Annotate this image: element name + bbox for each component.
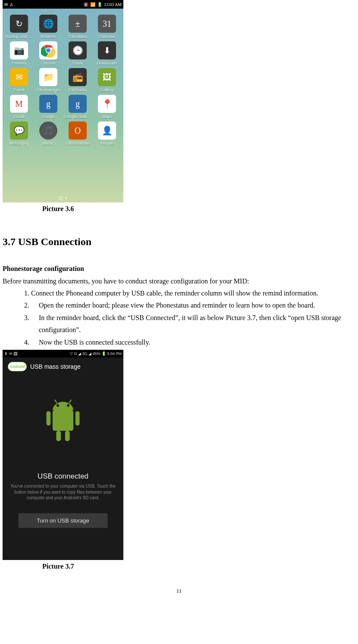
- app-google[interactable]: gGoogle: [34, 95, 63, 119]
- svg-rect-3: [53, 410, 73, 431]
- app-label: FM Radio: [69, 87, 86, 92]
- step-number: 3.: [24, 312, 39, 336]
- clock-text: 12:03 AM: [104, 2, 122, 7]
- app-backup-and-re[interactable]: ↻Backup and Re: [4, 15, 34, 39]
- svg-point-4: [57, 404, 59, 407]
- chrome-icon: [39, 41, 57, 59]
- app-label: Office Mobile: [66, 141, 89, 146]
- caption-2: Picture 3.7: [42, 563, 358, 570]
- turn-on-usb-button[interactable]: Turn on USB storage: [18, 513, 108, 528]
- list-item: 4. Now the USB is connected successfully…: [24, 336, 358, 348]
- app-label: Calendar: [99, 34, 116, 39]
- app-label: People: [100, 141, 113, 146]
- step-text: 1. Connect the Phoneand computer by USB …: [24, 287, 358, 299]
- app-calendar[interactable]: 31Calendar: [92, 15, 122, 39]
- status-right: 🔇 📶 🔋 12:03 AM: [83, 2, 122, 7]
- app-people[interactable]: 👤People: [92, 121, 122, 146]
- app-music[interactable]: 🎵Music: [34, 121, 63, 146]
- app-browser[interactable]: 🌐Browser: [34, 15, 63, 39]
- app-office-mobile[interactable]: OOffice Mobile: [63, 121, 92, 146]
- app-label: Google: [42, 114, 55, 119]
- svg-line-7: [69, 400, 71, 403]
- app-label: Email: [14, 87, 24, 92]
- email-icon: ✉: [10, 68, 28, 86]
- intro-text: Before transmitting documents, you have …: [3, 275, 358, 287]
- browser-icon: 🌐: [39, 15, 57, 33]
- step-number: 4.: [24, 336, 39, 348]
- step-text: In the reminder board, click the “USB Co…: [39, 312, 358, 336]
- page-indicator: [59, 197, 67, 200]
- fm-radio-icon: 📻: [69, 68, 87, 86]
- app-label: Camera: [12, 61, 26, 65]
- app-label: Downloads: [97, 61, 117, 65]
- app-clock[interactable]: 🕒Clock: [63, 41, 92, 65]
- app-label: File Manager: [36, 87, 60, 92]
- app-label: Music: [43, 141, 54, 146]
- svg-point-5: [67, 404, 69, 407]
- people-icon: 👤: [98, 121, 116, 140]
- clock-icon: 🕒: [69, 41, 87, 59]
- list-item: 1. Connect the Phoneand computer by USB …: [24, 287, 358, 299]
- app-label: Messaging: [9, 141, 29, 146]
- svg-rect-10: [56, 431, 61, 441]
- step-text: Now the USB is connected successfully.: [39, 336, 358, 348]
- app-camera[interactable]: 📷Camera: [4, 41, 34, 65]
- calculator-icon: ±: [69, 15, 87, 33]
- app-maps[interactable]: 📍Maps: [92, 95, 122, 119]
- step-number: 2.: [24, 299, 39, 311]
- signal-icon: 📶: [90, 2, 95, 7]
- app-chrome[interactable]: Chrome: [34, 41, 63, 65]
- camera-icon: 📷: [10, 41, 28, 59]
- section-heading: 3.7 USB Connection: [3, 236, 358, 248]
- list-item: 3. In the reminder board, click the “USB…: [24, 312, 358, 336]
- maps-icon: 📍: [98, 95, 116, 113]
- svg-rect-9: [75, 411, 80, 426]
- app-label: Calculator: [69, 34, 87, 39]
- app-label: Gallery: [100, 87, 113, 92]
- messaging-icon: 💬: [10, 121, 28, 140]
- step-text: Open the reminder board; please view the…: [39, 299, 358, 311]
- caption-1: Picture 3.6: [42, 205, 358, 213]
- app-gallery[interactable]: 🖼Gallery: [92, 68, 122, 92]
- office-icon: O: [69, 121, 87, 140]
- svg-rect-8: [47, 411, 51, 426]
- gmail-icon: M: [10, 95, 28, 113]
- screenshot-app-drawer: ✉ ⚠ 🔇 📶 🔋 12:03 AM ↻Backup and Re🌐Browse…: [3, 0, 123, 202]
- app-label: Gmail: [14, 114, 25, 119]
- app-downloads[interactable]: ⬇Downloads: [92, 41, 122, 65]
- app-gmail[interactable]: MGmail: [4, 95, 34, 119]
- file-manager-icon: 📁: [39, 68, 57, 86]
- google-settings-icon: g: [69, 95, 87, 113]
- status-right-text: ▽ G ◢ 3G ◢ 45% 🔋 5:04 PM: [70, 352, 122, 356]
- status-envelope-icon: ✉: [4, 2, 8, 7]
- app-label: Maps: [102, 114, 112, 119]
- gallery-icon: 🖼: [98, 68, 116, 86]
- status-bar: ⬇ ✉ 🖼 ▽ G ◢ 3G ◢ 45% 🔋 5:04 PM: [3, 350, 123, 358]
- app-label: Chrome: [41, 61, 56, 65]
- app-file-manager[interactable]: 📁File Manager: [34, 68, 63, 92]
- subheading: Phonestorage configuration: [3, 265, 358, 273]
- android-badge-icon: Android: [8, 362, 27, 371]
- downloads-icon: ⬇: [98, 41, 116, 59]
- app-fm-radio[interactable]: 📻FM Radio: [63, 68, 92, 92]
- app-label: Backup and Re: [5, 34, 33, 39]
- status-left-icons: ⬇ ✉ 🖼: [4, 352, 17, 356]
- app-google-settings[interactable]: gGoogle Settings: [63, 95, 92, 119]
- app-label: Clock: [72, 61, 83, 65]
- app-calculator[interactable]: ±Calculator: [63, 15, 92, 39]
- app-email[interactable]: ✉Email: [4, 68, 34, 92]
- status-warning-icon: ⚠: [9, 2, 13, 7]
- title-row: Android USB mass storage: [3, 358, 123, 376]
- page-number: 11: [0, 588, 358, 594]
- connected-body: You've connected to your computer via US…: [9, 483, 116, 501]
- app-messaging[interactable]: 💬Messaging: [4, 121, 34, 146]
- calendar-icon: 31: [98, 15, 116, 33]
- battery-icon: 🔋: [97, 2, 102, 7]
- screenshot-usb-connected: ⬇ ✉ 🖼 ▽ G ◢ 3G ◢ 45% 🔋 5:04 PM Android U…: [3, 350, 123, 560]
- status-bar: ✉ ⚠ 🔇 📶 🔋 12:03 AM: [3, 0, 123, 9]
- status-left: ✉ ⚠: [4, 2, 13, 7]
- backup-icon: ↻: [10, 15, 28, 33]
- svg-rect-11: [65, 431, 70, 441]
- list-item: 2. Open the reminder board; please view …: [24, 299, 358, 311]
- app-grid: ↻Backup and Re🌐Browser±Calculator31Calen…: [3, 9, 123, 146]
